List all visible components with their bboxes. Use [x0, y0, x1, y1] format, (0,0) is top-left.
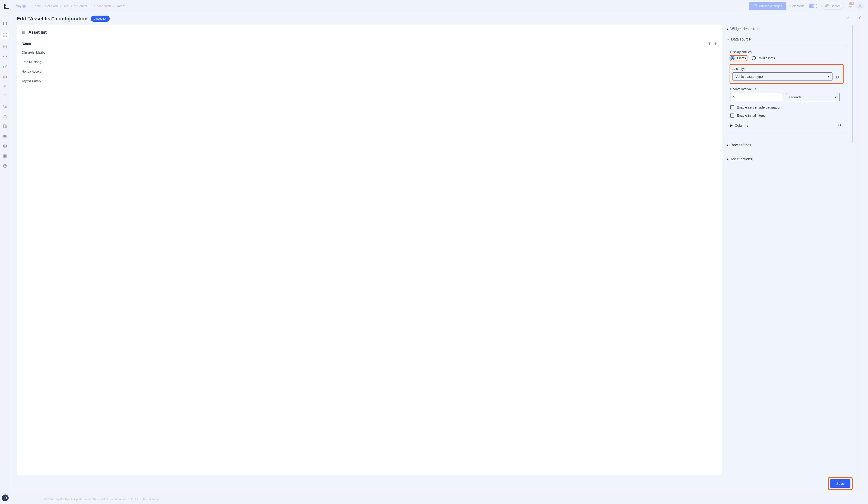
svg-point-28: [22, 32, 23, 33]
svg-rect-22: [3, 155, 5, 156]
left-navigation-rail: [0, 12, 10, 504]
asset-type-group: Asset type Vehicle asset type ▾: [730, 65, 843, 83]
svg-rect-23: [5, 155, 7, 156]
search-icon: [838, 124, 842, 127]
update-interval-label: Update interval ?: [730, 87, 843, 91]
section-asset-actions[interactable]: ▶ Asset actions: [726, 155, 847, 163]
svg-rect-17: [6, 76, 7, 78]
svg-rect-6: [6, 33, 7, 34]
widget-preview-title: Asset list: [29, 30, 46, 35]
section-data-source[interactable]: ▼ Data source: [726, 35, 847, 43]
asset-type-select[interactable]: Vehicle asset type ▾: [733, 72, 833, 81]
broadcast-icon: [3, 44, 7, 49]
copy-asset-type-button[interactable]: [835, 75, 841, 81]
nav-settings[interactable]: [3, 144, 7, 148]
configuration-panel: ▶ Widget decoration ▼ Data source Displa…: [726, 25, 848, 475]
copy-icon: [836, 75, 840, 80]
checkbox-icon: [730, 114, 734, 118]
checkbox-initial-filters[interactable]: Enable initial filters: [730, 114, 843, 118]
edit-configuration-modal: Edit "Asset list" configuration Asset li…: [10, 10, 857, 494]
svg-rect-15: [3, 76, 4, 78]
nav-alerts[interactable]: [3, 94, 7, 98]
svg-rect-5: [5, 33, 6, 34]
help-icon[interactable]: ?: [754, 88, 757, 91]
svg-rect-24: [3, 156, 5, 158]
nav-integrations[interactable]: [3, 154, 7, 158]
widget-preview-panel: Asset list Name Chevrolet Malibu Ford Mu…: [17, 25, 722, 475]
chevron-right-icon: ▶: [730, 124, 733, 127]
nav-users[interactable]: [3, 114, 7, 118]
chat-support-button[interactable]: [2, 494, 9, 501]
nav-files[interactable]: [3, 134, 7, 138]
nav-target[interactable]: [3, 64, 7, 69]
columns-expander[interactable]: ▶ Columns: [730, 124, 748, 127]
chevron-down-icon: ▾: [835, 95, 837, 99]
update-interval-unit-select[interactable]: seconds ▾: [786, 93, 840, 101]
radio-icon-checked: [731, 56, 735, 60]
nav-apps[interactable]: [1, 31, 9, 39]
puzzle-icon: [3, 154, 7, 158]
nav-dashboard[interactable]: [3, 21, 7, 26]
list-item[interactable]: Chevrolet Malibu: [22, 48, 717, 57]
checkbox-icon: [730, 105, 734, 109]
svg-rect-10: [3, 36, 4, 36]
section-row-settings[interactable]: ▶ Row settings: [726, 141, 847, 149]
update-interval-input[interactable]: [730, 93, 782, 101]
dashboard-icon: [3, 21, 7, 25]
list-header-row: Name: [22, 39, 717, 48]
help-icon: [3, 164, 7, 168]
building-icon: [3, 124, 7, 128]
modal-title: Edit "Asset list" configuration: [17, 16, 87, 22]
list-item[interactable]: Honda Accord: [22, 67, 717, 76]
columns-search-button[interactable]: [837, 123, 843, 128]
gear-icon: [3, 144, 7, 148]
list-item[interactable]: Ford Mustang: [22, 57, 717, 67]
svg-rect-19: [4, 125, 6, 128]
target-icon: [3, 64, 7, 69]
save-button[interactable]: Save: [830, 479, 850, 488]
chat-icon: [3, 496, 7, 500]
chevron-right-icon: ▶: [727, 144, 728, 147]
svg-rect-8: [5, 35, 6, 35]
list-icon: [22, 31, 26, 34]
svg-rect-7: [3, 35, 4, 35]
radio-icon: [752, 56, 756, 60]
nav-org[interactable]: [3, 124, 7, 128]
grid-icon: [3, 33, 7, 37]
modal-close-button[interactable]: [845, 15, 850, 22]
nav-sync[interactable]: [3, 104, 7, 108]
filter-icon[interactable]: [708, 42, 712, 45]
modal-footer: Save: [10, 478, 857, 494]
checkbox-server-pagination[interactable]: Enable server side pagination: [730, 105, 843, 109]
nav-help[interactable]: [3, 164, 7, 168]
nav-trends[interactable]: [3, 84, 7, 88]
svg-point-27: [22, 31, 23, 32]
column-header-name[interactable]: Name: [22, 42, 31, 45]
nav-broadcast[interactable]: [3, 44, 7, 49]
close-icon: [846, 16, 849, 20]
svg-rect-31: [836, 76, 838, 78]
modal-scrollbar[interactable]: [852, 25, 854, 475]
nav-code[interactable]: [3, 54, 7, 59]
radio-child-assets[interactable]: Child assets: [752, 56, 775, 60]
svg-rect-9: [6, 35, 7, 35]
list-item[interactable]: Toyota Camry: [22, 76, 717, 86]
svg-point-13: [5, 46, 6, 47]
radio-assets[interactable]: Assets: [731, 56, 746, 60]
section-widget-decoration[interactable]: ▶ Widget decoration: [726, 25, 847, 33]
person-icon: [3, 114, 7, 118]
svg-rect-20: [6, 126, 7, 128]
svg-rect-4: [3, 33, 4, 34]
nav-metrics[interactable]: [3, 74, 7, 79]
folder-icon: [3, 134, 7, 138]
svg-point-18: [4, 115, 6, 116]
brand-logo[interactable]: [4, 4, 9, 9]
data-source-settings: Display entities Assets Child assets: [726, 46, 847, 133]
chevron-right-icon: ▶: [727, 28, 728, 31]
svg-rect-16: [5, 75, 6, 78]
sort-asc-icon[interactable]: [714, 42, 717, 45]
svg-rect-12: [6, 36, 7, 36]
metrics-icon: [3, 74, 7, 78]
svg-rect-11: [5, 36, 6, 36]
svg-point-21: [4, 146, 6, 147]
